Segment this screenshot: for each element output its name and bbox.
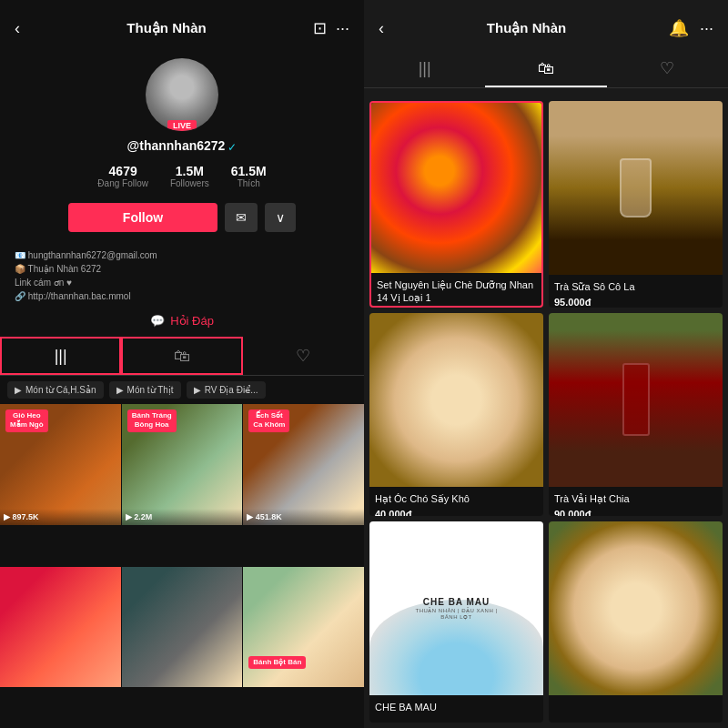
product-info-4: Trà Vải Hạt Chia 90.000đ: [549, 487, 723, 516]
hoi-dap-label: Hỏi Đáp: [170, 314, 214, 328]
likes-count: 61.5M: [231, 164, 267, 178]
product-image-2: [549, 101, 723, 275]
product-info-2: Trà Sữa Sô Cô La 95.000đ: [549, 275, 723, 308]
username: @thannhan6272: [127, 138, 226, 153]
product-price-4: 90.000đ: [554, 509, 717, 516]
live-badge: LIVE: [167, 120, 197, 131]
more-options-left[interactable]: ···: [336, 18, 349, 38]
video-grid: Giò HeoMắm Ngò ▶ 897.5K Bánh TrángBông H…: [0, 404, 364, 728]
product-image-4: [549, 313, 723, 487]
product-card-3[interactable]: Hạt Óc Chó Sấy Khô 40.000đ: [369, 313, 543, 516]
product-image-5: CHE BA MAU THUẬN NHÀN | ĐẬU XANH | BÁNH …: [369, 521, 543, 695]
product-name-1: Set Nguyên Liệu Chè Dưỡng Nhan 14 Vị Loạ…: [377, 278, 536, 305]
action-row: Follow ✉ ∨: [15, 203, 349, 232]
product-image-6: [549, 521, 723, 695]
tab-videos-left[interactable]: |||: [0, 337, 121, 375]
stat-followers: 1.5M Followers: [170, 164, 209, 188]
filter-icon-1: ▶: [15, 385, 22, 395]
left-back-button[interactable]: ‹: [15, 19, 20, 38]
following-label: Đang Follow: [97, 178, 148, 188]
hoi-dap-section[interactable]: 💬 Hỏi Đáp: [0, 308, 364, 333]
product-image-1: [371, 103, 541, 273]
followers-count: 1.5M: [176, 164, 204, 178]
right-header: ‹ Thuận Nhàn 🔔 ···: [364, 0, 728, 51]
verified-icon: ✓: [228, 141, 237, 154]
tab-shop-left[interactable]: 🛍: [121, 337, 242, 375]
follow-button[interactable]: Follow: [68, 203, 217, 232]
stat-following: 4679 Đang Follow: [97, 164, 148, 188]
stats-row: 4679 Đang Follow 1.5M Followers 61.5M Th…: [97, 164, 266, 188]
left-header: ‹ Thuận Nhàn ⊡ ···: [0, 0, 364, 49]
product-price-3: 40.000đ: [375, 509, 538, 516]
video-cell-1[interactable]: Giò HeoMắm Ngò ▶ 897.5K: [0, 404, 121, 525]
videos-tab-icon: |||: [55, 347, 67, 366]
product-card-2[interactable]: Trà Sữa Sô Cô La 95.000đ: [549, 101, 723, 308]
filter-thit[interactable]: ▶ Món từ Thịt: [109, 381, 181, 399]
avatar: LIVE: [146, 58, 218, 131]
left-panel: ‹ Thuận Nhàn ⊡ ··· LIVE @thannhan6272 ✓ …: [0, 0, 364, 728]
video-cell-4[interactable]: [0, 567, 121, 688]
filter-rv[interactable]: ▶ RV Địa Điể...: [187, 381, 266, 399]
right-tabs: ||| 🛍 ♡: [364, 51, 728, 88]
product-info-6: [549, 695, 723, 710]
product-name-2: Trà Sữa Sô Cô La: [554, 280, 717, 293]
video-badge-6: Bánh Bột Bán: [248, 656, 306, 669]
left-tabs: ||| 🛍 ♡: [0, 337, 364, 376]
video-count-2: ▶ 2.2M: [126, 512, 153, 521]
product-card-5[interactable]: CHE BA MAU THUẬN NHÀN | ĐẬU XANH | BÁNH …: [369, 521, 543, 723]
liked-tab-icon: ♡: [296, 346, 310, 366]
tab-videos-right[interactable]: |||: [364, 51, 485, 87]
hoi-dap-icon: 💬: [150, 314, 165, 328]
video-cell-3[interactable]: Ếch SốtCa Khóm ▶ 451.8K: [243, 404, 364, 525]
product-card-4[interactable]: Trà Vải Hạt Chia 90.000đ: [549, 313, 723, 516]
profile-section: LIVE @thannhan6272 ✓ 4679 Đang Follow 1.…: [0, 49, 364, 248]
product-card-6[interactable]: [549, 521, 723, 723]
shop-tab-icon: 🛍: [174, 347, 190, 366]
right-back-button[interactable]: ‹: [379, 19, 384, 38]
video-cell-5[interactable]: [122, 567, 243, 688]
video-cell-6[interactable]: Bánh Bột Bán: [243, 567, 364, 688]
filter-row: ▶ Món từ Cá,H.Sản ▶ Món từ Thịt ▶ RV Địa…: [0, 381, 364, 399]
filter-ca-h-san[interactable]: ▶ Món từ Cá,H.Sản: [7, 381, 104, 399]
product-image-3: [369, 313, 543, 487]
followers-label: Followers: [170, 178, 209, 188]
product-name-5: CHE BA MAU: [375, 701, 538, 713]
product-name-3: Hạt Óc Chó Sấy Khô: [375, 492, 538, 505]
likes-label: Thích: [238, 178, 260, 188]
following-count: 4679: [109, 164, 137, 178]
video-count-1: ▶ 897.5K: [4, 512, 39, 521]
message-button[interactable]: ✉: [225, 203, 258, 232]
video-badge-2: Bánh TrángBông Hoa: [127, 410, 177, 432]
product-name-4: Trà Vải Hạt Chia: [554, 492, 717, 505]
left-username-header: Thuận Nhàn: [126, 20, 206, 36]
tab-liked-right[interactable]: ♡: [607, 51, 728, 87]
product-info-5: CHE BA MAU: [369, 695, 543, 723]
tab-shop-right[interactable]: 🛍: [485, 51, 606, 87]
video-badge-3: Ếch SốtCa Khóm: [248, 410, 289, 432]
product-info-3: Hạt Óc Chó Sấy Khô 40.000đ: [369, 487, 543, 516]
add-button[interactable]: ∨: [265, 203, 296, 232]
product-grid: Set Nguyên Liệu Chè Dưỡng Nhan 14 Vị Loạ…: [364, 96, 728, 728]
bio-section: 📧 hungthannhan6272@gmail.com 📦 Thuận Nhà…: [0, 248, 364, 303]
filter-icon-3: ▶: [194, 385, 201, 395]
che-ba-mau-title: CHE BA MAU: [413, 597, 500, 607]
right-username-header: Thuận Nhàn: [487, 20, 566, 36]
bio-text: 📧 hungthannhan6272@gmail.com 📦 Thuận Nhà…: [15, 248, 349, 303]
video-cell-2[interactable]: Bánh TrángBông Hoa ▶ 2.2M: [122, 404, 243, 525]
right-panel: ‹ Thuận Nhàn 🔔 ··· ||| 🛍 ♡ Set Nguyên Li…: [364, 0, 728, 728]
product-card-1[interactable]: Set Nguyên Liệu Chè Dưỡng Nhan 14 Vị Loạ…: [369, 101, 543, 308]
video-badge-1: Giò HeoMắm Ngò: [5, 410, 48, 432]
bell-icon[interactable]: 🔔: [669, 18, 689, 38]
right-shop-icon: 🛍: [538, 59, 554, 78]
filter-icon-2: ▶: [116, 385, 124, 395]
product-price-2: 95.000đ: [554, 297, 717, 308]
bookmark-icon[interactable]: ⊡: [313, 18, 327, 38]
more-options-right[interactable]: ···: [700, 19, 713, 38]
right-videos-icon: |||: [419, 59, 431, 78]
product-info-1: Set Nguyên Liệu Chè Dưỡng Nhan 14 Vị Loạ…: [371, 273, 541, 308]
video-count-3: ▶ 451.8K: [247, 512, 282, 521]
tab-liked-left[interactable]: ♡: [243, 337, 364, 375]
stat-likes: 61.5M Thích: [231, 164, 267, 188]
right-liked-icon: ♡: [660, 58, 674, 78]
